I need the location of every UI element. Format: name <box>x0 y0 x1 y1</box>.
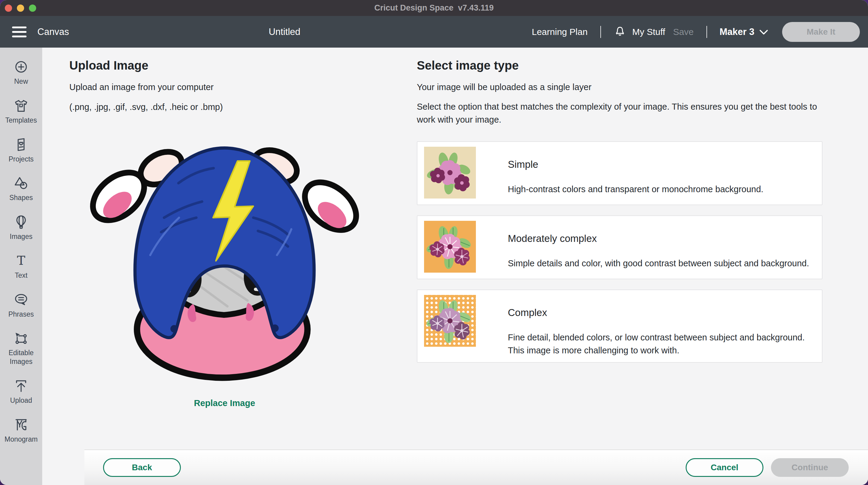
sidebar-item-new[interactable]: New <box>0 59 42 86</box>
header-divider <box>707 26 707 38</box>
detailed-flowers-icon <box>424 221 476 272</box>
footer-action-bar: Back Cancel Continue <box>84 449 868 485</box>
complex-flowers-thumbnail <box>424 295 476 347</box>
sidebar-item-label: Templates <box>5 116 37 125</box>
save-button[interactable]: Save <box>673 27 693 37</box>
option-title: Complex <box>508 307 809 318</box>
sidebar-item-templates[interactable]: Templates <box>0 98 42 125</box>
upload-flow-content: Upload Image Upload an image from your c… <box>42 47 868 485</box>
machine-selector[interactable]: Maker 3 <box>720 27 768 37</box>
app-header: Canvas Untitled Learning Plan My Stuff S… <box>0 16 868 47</box>
my-stuff-link[interactable]: My Stuff <box>632 27 665 37</box>
traffic-lights <box>5 0 36 16</box>
make-it-button[interactable]: Make It <box>782 22 860 42</box>
bell-icon <box>614 26 626 38</box>
serif-t-icon: T <box>13 253 29 269</box>
sidebar-item-text[interactable]: T Text <box>0 253 42 280</box>
app-window: Cricut Design Space v7.43.119 Canvas Unt… <box>0 0 868 485</box>
option-description: High-contrast colors and transparent or … <box>508 183 764 196</box>
upload-arrow-icon <box>13 378 29 394</box>
upload-panel-subtitle: Upload an image from your computer <box>69 82 416 92</box>
plus-circle-icon <box>13 59 29 75</box>
macos-titlebar: Cricut Design Space v7.43.119 <box>0 0 868 16</box>
simple-flowers-thumbnail <box>424 147 476 198</box>
menu-button[interactable] <box>12 27 28 37</box>
monogram-mg-icon <box>13 417 29 432</box>
sidebar-item-shapes[interactable]: Shapes <box>0 175 42 202</box>
back-button[interactable]: Back <box>103 458 181 477</box>
sidebar-item-monogram[interactable]: Monogram <box>0 417 42 444</box>
header-divider <box>600 26 601 38</box>
upload-image-panel: Upload Image Upload an image from your c… <box>42 47 416 408</box>
moderate-flowers-thumbnail <box>424 221 476 272</box>
image-type-option-complex[interactable]: Complex Fine detail, blended colors, or … <box>417 290 823 363</box>
image-type-option-simple[interactable]: Simple High-contrast colors and transpar… <box>417 141 823 205</box>
notifications-button[interactable] <box>614 26 626 38</box>
upload-panel-title: Upload Image <box>69 59 416 72</box>
learning-plan-link[interactable]: Learning Plan <box>532 27 588 37</box>
sidebar-item-label: Shapes <box>9 193 33 202</box>
document-title[interactable]: Untitled <box>269 27 300 37</box>
sidebar-item-label: Images <box>10 232 32 241</box>
upload-formats: (.png, .jpg, .gif, .svg, .dxf, .heic or … <box>69 102 416 112</box>
greeting-card-icon <box>13 137 29 153</box>
triangle-circle-icon <box>13 175 29 191</box>
cancel-button[interactable]: Cancel <box>686 458 764 477</box>
sidebar-item-label: Text <box>15 271 27 280</box>
minimize-window-button[interactable] <box>17 4 24 12</box>
sidebar-item-phrases[interactable]: Phrases <box>0 292 42 319</box>
sidebar-item-label: Editable Images <box>0 349 42 366</box>
blended-flowers-icon <box>424 295 476 347</box>
replace-image-link[interactable]: Replace Image <box>194 398 255 408</box>
flat-flowers-icon <box>424 147 476 198</box>
svg-text:T: T <box>17 253 25 268</box>
sidebar-item-label: Projects <box>8 155 33 164</box>
canvas-nav-label[interactable]: Canvas <box>37 27 69 37</box>
sidebar-item-label: New <box>14 77 28 86</box>
sidebar-item-images[interactable]: Images <box>0 214 42 241</box>
option-title: Simple <box>508 159 764 170</box>
select-panel-title: Select image type <box>417 59 823 72</box>
close-window-button[interactable] <box>5 4 12 12</box>
speech-bubble-icon <box>13 292 29 308</box>
select-image-type-panel: Select image type Your image will be upl… <box>417 47 823 363</box>
image-type-option-moderately-complex[interactable]: Moderately complex Simple details and co… <box>417 216 823 279</box>
sidebar-item-projects[interactable]: Projects <box>0 137 42 164</box>
tools-sidebar: New Templates Projects <box>0 47 42 485</box>
machine-name: Maker 3 <box>720 27 754 37</box>
sidebar-item-label: Monogram <box>4 435 38 444</box>
sidebar-item-upload[interactable]: Upload <box>0 378 42 405</box>
select-transform-icon <box>13 330 29 346</box>
window-title: Cricut Design Space v7.43.119 <box>0 3 868 13</box>
sidebar-item-label: Upload <box>10 396 32 405</box>
option-title: Moderately complex <box>508 233 809 244</box>
select-panel-subtitle: Your image will be uploaded as a single … <box>417 82 823 92</box>
hot-air-balloon-icon <box>13 214 29 230</box>
tshirt-icon <box>13 98 29 114</box>
fullscreen-window-button[interactable] <box>29 4 36 12</box>
select-panel-description: Select the option that best matches the … <box>417 100 823 126</box>
option-description: Simple details and color, with good cont… <box>508 257 809 270</box>
option-description: Fine detail, blended colors, or low cont… <box>508 331 809 357</box>
uploaded-image-preview <box>86 131 363 390</box>
chevron-down-icon <box>759 29 768 35</box>
continue-button[interactable]: Continue <box>771 458 849 477</box>
sidebar-item-label: Phrases <box>8 310 34 319</box>
sidebar-item-editable-images[interactable]: Editable Images <box>0 330 42 366</box>
